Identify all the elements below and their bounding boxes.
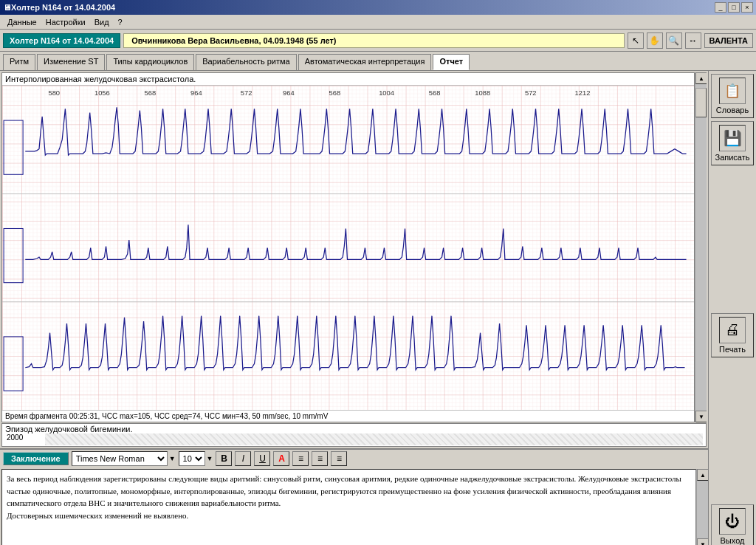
- holter-badge: Холтер N164 от 14.04.2004: [3, 33, 120, 48]
- right-sidebar: 📋 Словарь 💾 Записать 🖨 Печать ⏻ Выход: [708, 71, 756, 545]
- font-name-select[interactable]: Times New Roman: [72, 451, 168, 466]
- toolbar-icons: ↖ ✋ 🔍 ↔: [628, 32, 701, 49]
- left-panel: Интерполированная желудочковая экстрасис…: [0, 71, 708, 545]
- arrow-tool[interactable]: ↖: [628, 32, 644, 49]
- text-scroll-down[interactable]: ▼: [697, 538, 708, 545]
- titlebar-title: Холтер N164 от 14.04.2004: [11, 3, 115, 12]
- ecg-scroll-track: [695, 84, 707, 411]
- exit-label: Выход: [721, 536, 745, 545]
- tab-variability[interactable]: Вариабельность ритма: [196, 54, 296, 70]
- underline-button[interactable]: U: [254, 451, 270, 466]
- svg-text:580: 580: [48, 89, 60, 97]
- hand-tool[interactable]: ✋: [647, 32, 663, 49]
- print-label: Печать: [719, 345, 746, 354]
- exit-icon: ⏻: [719, 508, 746, 535]
- font-size-select[interactable]: 10: [179, 451, 205, 466]
- svg-text:964: 964: [283, 89, 295, 97]
- dictionary-icon: 📋: [719, 78, 746, 104]
- menu-settings[interactable]: Настройки: [41, 17, 90, 27]
- tab-auto-interp[interactable]: Автоматическая интерпретация: [298, 54, 432, 70]
- conclusion-toolbar: Заключение Times New Roman ▼ 10 ▼ B I U …: [0, 449, 708, 467]
- episode-strip: [45, 433, 703, 445]
- ecg-svg: 580 1056 568 964 572 964 568 1004 568 10…: [2, 86, 694, 410]
- menu-data[interactable]: Данные: [3, 17, 41, 27]
- close-button[interactable]: ×: [741, 2, 753, 13]
- svg-text:568: 568: [429, 89, 441, 97]
- color-button[interactable]: A: [273, 451, 289, 466]
- svg-text:1056: 1056: [94, 89, 110, 97]
- dictionary-button[interactable]: 📋 Словарь: [711, 74, 754, 118]
- svg-text:1088: 1088: [475, 89, 490, 97]
- align-center-button[interactable]: ≡: [312, 451, 328, 466]
- menu-help[interactable]: ?: [114, 17, 127, 27]
- ecg-vscroll[interactable]: ▲ ▼: [695, 72, 707, 422]
- text-scroll-track: [697, 481, 708, 538]
- svg-text:568: 568: [329, 89, 340, 97]
- bold-button[interactable]: B: [216, 451, 232, 466]
- conclusion-text[interactable]: За весь период наблюдения зарегистрирова…: [1, 469, 696, 545]
- print-icon: 🖨: [719, 317, 746, 343]
- svg-text:1212: 1212: [575, 89, 591, 97]
- ecg-footer: Время фрагмента 00:25:31, ЧСС max=105, Ч…: [2, 410, 694, 422]
- ecg-scroll-up[interactable]: ▲: [695, 72, 707, 84]
- align-left-button[interactable]: ≡: [292, 451, 309, 466]
- patient-info: Овчинникова Вера Васильевна, 04.09.1948 …: [123, 33, 624, 48]
- minimize-button[interactable]: _: [715, 2, 726, 13]
- align-right-button[interactable]: ≡: [331, 451, 347, 466]
- conclusion-tab[interactable]: Заключение: [3, 452, 69, 465]
- bottom-section: Заключение Times New Roman ▼ 10 ▼ B I U …: [0, 448, 708, 545]
- episode-area: Эпизод желудочковой бигеминии. 2000: [1, 423, 707, 447]
- text-vscroll[interactable]: ▲ ▼: [696, 469, 708, 545]
- italic-button[interactable]: I: [235, 451, 251, 466]
- dictionary-label: Словарь: [716, 106, 749, 114]
- svg-text:964: 964: [190, 89, 202, 97]
- content-wrapper: Интерполированная желудочковая экстрасис…: [0, 71, 756, 545]
- svg-text:572: 572: [241, 89, 252, 97]
- save-button[interactable]: 💾 Записать: [711, 121, 754, 165]
- text-scroll-up[interactable]: ▲: [697, 469, 708, 481]
- menu-view[interactable]: Вид: [90, 17, 114, 27]
- size-dropdown-icon: ▼: [207, 455, 213, 462]
- episode-time: 2000: [5, 433, 23, 445]
- tab-cardiocycles[interactable]: Типы кардиоциклов: [106, 54, 194, 70]
- search-tool[interactable]: 🔍: [666, 32, 682, 49]
- text-section: За весь период наблюдения зарегистрирова…: [0, 467, 708, 545]
- save-label: Записать: [715, 153, 749, 162]
- measure-tool[interactable]: ↔: [685, 32, 701, 49]
- episode-label: Эпизод желудочковой бигеминии.: [5, 425, 703, 433]
- dropdown-arrow-icon: ▼: [169, 455, 176, 462]
- titlebar-icon: 🖥: [3, 3, 11, 12]
- tab-st[interactable]: Изменение ST: [37, 54, 105, 70]
- svg-text:1004: 1004: [379, 89, 394, 97]
- save-icon: 💾: [719, 125, 746, 151]
- titlebar: 🖥 Холтер N164 от 14.04.2004 _ □ ×: [0, 0, 756, 15]
- print-button[interactable]: 🖨 Печать: [711, 313, 754, 357]
- ecg-title: Интерполированная желудочковая экстрасис…: [2, 73, 694, 86]
- ecg-area: Интерполированная желудочковая экстрасис…: [1, 72, 695, 422]
- ecg-scroll-thumb[interactable]: [695, 88, 707, 117]
- headerbar: Холтер N164 от 14.04.2004 Овчинникова Ве…: [0, 30, 756, 52]
- exit-button[interactable]: ⏻ Выход: [711, 504, 754, 545]
- titlebar-controls: _ □ ×: [715, 2, 753, 13]
- tab-report[interactable]: Отчет: [433, 54, 470, 70]
- tabs: Ритм Изменение ST Типы кардиоциклов Вари…: [0, 52, 756, 71]
- conclusion-text-content: За весь период наблюдения зарегистрирова…: [7, 474, 684, 520]
- menubar: Данные Настройки Вид ?: [0, 15, 756, 30]
- tab-rhythm[interactable]: Ритм: [3, 54, 35, 70]
- svg-text:572: 572: [525, 89, 537, 97]
- ecg-scroll-down[interactable]: ▼: [695, 411, 707, 422]
- svg-text:568: 568: [145, 89, 157, 97]
- maximize-button[interactable]: □: [728, 2, 740, 13]
- valenta-badge: ВАЛЕНТА: [704, 33, 753, 48]
- ecg-strips: 580 1056 568 964 572 964 568 1004 568 10…: [2, 86, 694, 410]
